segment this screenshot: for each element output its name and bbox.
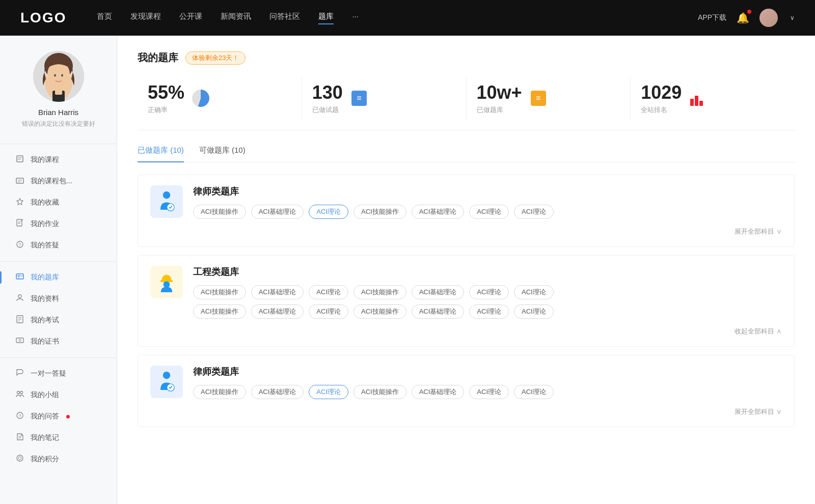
tag-1-3[interactable]: ACI技能操作 [354, 205, 406, 219]
profile-icon [15, 294, 24, 304]
tag-2b-6[interactable]: ACI理论 [514, 304, 554, 319]
nav-links: 首页 发现课程 公开课 新闻资讯 问答社区 题库 ··· [97, 12, 698, 24]
tag-2-3[interactable]: ACI技能操作 [354, 285, 406, 299]
tag-3-3[interactable]: ACI技能操作 [354, 385, 406, 399]
sidebar-item-favorites[interactable]: 我的收藏 [0, 192, 117, 213]
sidebar-item-profile[interactable]: 我的资料 [0, 288, 117, 310]
tag-1-5[interactable]: ACI理论 [469, 205, 509, 219]
pie-chart-icon [192, 90, 209, 107]
nav-news[interactable]: 新闻资讯 [221, 12, 251, 24]
tag-2b-5[interactable]: ACI理论 [469, 304, 509, 319]
tag-1-6[interactable]: ACI理论 [514, 205, 554, 219]
sidebar-item-coursepack[interactable]: 我的课程包... [0, 171, 117, 192]
engineer-figure [154, 270, 179, 294]
tags-row-3: ACI技能操作 ACI基础理论 ACI理论 ACI技能操作 ACI基础理论 AC… [193, 385, 782, 399]
nav-home[interactable]: 首页 [97, 12, 112, 24]
navbar: LOGO 首页 发现课程 公开课 新闻资讯 问答社区 题库 ··· APP下载 … [0, 0, 815, 36]
tag-1-0[interactable]: ACI技能操作 [193, 205, 246, 219]
qbank-title-3: 律师类题库 [193, 366, 782, 378]
nav-qa[interactable]: 问答社区 [269, 12, 300, 24]
section-title: 我的题库 [138, 51, 178, 65]
sidebar-label-coursepack: 我的课程包... [31, 177, 72, 186]
tab-done[interactable]: 已做题库 (10) [138, 146, 184, 162]
sidebar-item-myqa[interactable]: ? 我的问答 [0, 406, 117, 427]
tag-2-4[interactable]: ACI基础理论 [412, 285, 465, 299]
svg-point-23 [18, 295, 21, 298]
tag-2b-2[interactable]: ACI理论 [309, 304, 348, 319]
stat-questions: 130 已做试题 [302, 77, 467, 120]
points-icon [15, 454, 24, 464]
app-download-btn[interactable]: APP下载 [698, 13, 726, 22]
sidebar-item-group[interactable]: 我的小组 [0, 384, 117, 406]
tag-2b-3[interactable]: ACI技能操作 [354, 304, 406, 319]
stat-value-banks: 10w+ 已做题库 [477, 82, 522, 115]
nav-qbank[interactable]: 题库 [318, 12, 334, 24]
tag-1-2[interactable]: ACI理论 [309, 205, 348, 219]
sidebar-item-one-on-one[interactable]: 一对一答疑 [0, 363, 117, 384]
tag-2-6[interactable]: ACI理论 [514, 285, 554, 299]
notification-bell[interactable]: 🔔 [737, 12, 749, 24]
sidebar-label-favorites: 我的收藏 [31, 198, 59, 207]
questions-icon [350, 89, 368, 107]
sidebar-item-points[interactable]: 我的积分 [0, 449, 117, 470]
tag-3-1[interactable]: ACI基础理论 [251, 385, 304, 399]
sidebar-item-qna[interactable]: ? 我的答疑 [0, 235, 117, 256]
expand-btn-1[interactable]: 展开全部科目 ∨ [150, 227, 782, 236]
qbank-card-lawyer-1: 律师类题库 ACI技能操作 ACI基础理论 ACI理论 ACI技能操作 ACI基… [138, 175, 795, 247]
tag-1-4[interactable]: ACI基础理论 [412, 205, 465, 219]
nav-discover[interactable]: 发现课程 [130, 12, 161, 24]
spreadsheet-yellow-icon [531, 91, 546, 106]
sidebar-item-courses[interactable]: 我的课程 [0, 149, 117, 171]
tag-1-1[interactable]: ACI基础理论 [251, 205, 304, 219]
tag-2-0[interactable]: ACI技能操作 [193, 285, 246, 299]
tag-2-1[interactable]: ACI基础理论 [251, 285, 304, 299]
tag-3-2[interactable]: ACI理论 [309, 385, 348, 399]
chevron-down-icon[interactable]: ∨ [790, 14, 795, 21]
svg-point-30 [17, 391, 20, 394]
expand-btn-3[interactable]: 展开全部科目 ∨ [150, 407, 782, 416]
tag-3-6[interactable]: ACI理论 [514, 385, 554, 399]
qbank-header-3: 律师类题库 ACI技能操作 ACI基础理论 ACI理论 ACI技能操作 ACI基… [150, 366, 782, 399]
sidebar-label-profile: 我的资料 [31, 294, 59, 303]
tabs-row: 已做题库 (10) 可做题库 (10) [138, 146, 795, 162]
sidebar-item-notes[interactable]: 我的笔记 [0, 427, 117, 449]
sidebar-divider-1 [0, 261, 117, 262]
collapse-btn-2[interactable]: 收起全部科目 ∧ [150, 327, 782, 336]
favorites-icon [15, 198, 24, 208]
tag-3-4[interactable]: ACI基础理论 [412, 385, 465, 399]
sidebar-label-notes: 我的笔记 [31, 433, 59, 442]
svg-rect-10 [16, 178, 23, 183]
sidebar-menu: 我的课程 我的课程包... 我的收藏 我的作业 [0, 149, 117, 470]
nav-opencourse[interactable]: 公开课 [179, 12, 202, 24]
banks-value: 10w+ [477, 82, 522, 103]
sidebar-label-myqa: 我的问答 [31, 412, 59, 421]
section-header: 我的题库 体验剩余23天！ [138, 51, 795, 65]
lawyer-figure-1 [154, 189, 179, 214]
avatar[interactable] [759, 9, 778, 27]
sidebar-item-homework[interactable]: 我的作业 [0, 213, 117, 235]
qa-dot-badge [66, 415, 70, 418]
sidebar-label-group: 我的小组 [31, 390, 59, 400]
tag-2-2[interactable]: ACI理论 [309, 285, 348, 299]
bar-chart-icon [690, 91, 705, 106]
sidebar-divider-2 [0, 357, 117, 358]
sidebar-label-qbank: 我的题库 [31, 273, 59, 282]
svg-rect-14 [17, 219, 22, 226]
sidebar-item-exam[interactable]: 我的考试 [0, 310, 117, 331]
tag-2-5[interactable]: ACI理论 [469, 285, 509, 299]
courses-icon [15, 155, 24, 165]
engineer-icon [150, 266, 183, 298]
sidebar-label-points: 我的积分 [31, 455, 59, 464]
tag-2b-1[interactable]: ACI基础理论 [251, 304, 304, 319]
tag-2b-0[interactable]: ACI技能操作 [193, 304, 246, 319]
tag-3-5[interactable]: ACI理论 [469, 385, 509, 399]
tag-2b-4[interactable]: ACI基础理论 [412, 304, 465, 319]
sidebar-item-certificate[interactable]: 我的证书 [0, 331, 117, 352]
svg-text:?: ? [18, 242, 21, 247]
sidebar-item-qbank[interactable]: 我的题库 [0, 267, 117, 288]
tab-todo[interactable]: 可做题库 (10) [199, 146, 246, 162]
qna-icon: ? [15, 240, 24, 250]
qbank-info-3: 律师类题库 ACI技能操作 ACI基础理论 ACI理论 ACI技能操作 ACI基… [193, 366, 782, 399]
tag-3-0[interactable]: ACI技能操作 [193, 385, 246, 399]
nav-more[interactable]: ··· [352, 12, 359, 24]
